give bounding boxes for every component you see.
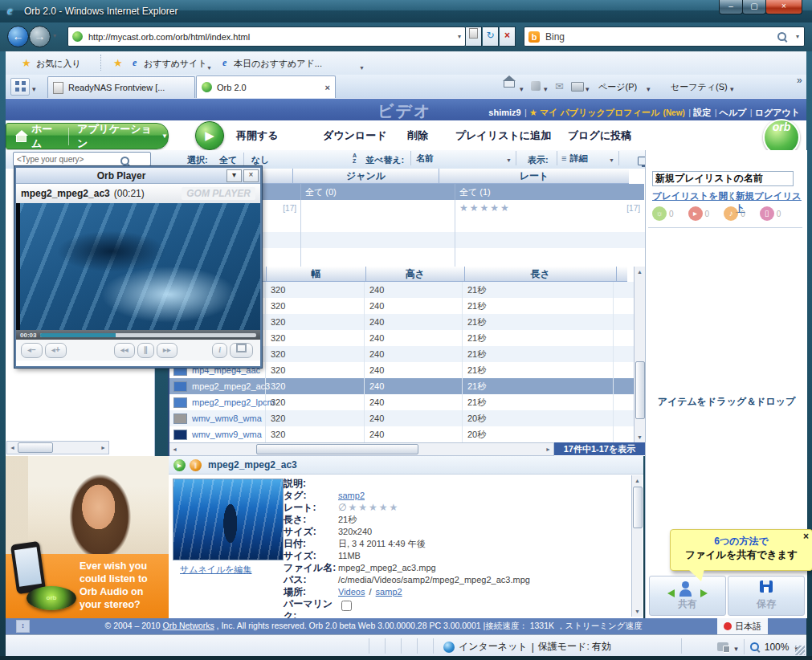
volume-up-button[interactable]: ◂+ — [45, 343, 67, 358]
sort-caret-icon[interactable] — [506, 151, 512, 165]
search-engine-label[interactable]: Bing — [545, 31, 565, 43]
tab-label[interactable]: Orb 2.0 — [217, 83, 247, 92]
file-name[interactable]: mpeg2_mpeg2_lpcm — [192, 394, 275, 410]
select-none-button[interactable]: なし — [251, 154, 270, 166]
left-panel-hscrollbar[interactable]: ◄ ► — [6, 441, 109, 454]
file-name[interactable]: mpeg2_mpeg2_ac3 — [192, 378, 270, 394]
protected-mode-icon[interactable] — [717, 642, 728, 651]
zoom-level[interactable]: 100% — [765, 642, 790, 653]
scroll-left-icon[interactable]: ◄ — [7, 442, 18, 453]
scroll-up-icon[interactable]: ▲ — [632, 475, 643, 486]
zoom-icon[interactable] — [750, 642, 759, 651]
search-box[interactable]: b Bing ▾ — [524, 26, 805, 47]
table-row[interactable]: wmv_wmv9_wma32024020秒 — [169, 426, 645, 442]
filter-genre-all[interactable]: 全て (0) — [301, 184, 455, 200]
filter-rate-all[interactable]: 全て (1) — [455, 184, 644, 200]
filter-col-genre[interactable]: ジャンル — [293, 169, 439, 184]
scroll-thumb[interactable] — [256, 444, 418, 454]
pause-button[interactable]: ∥ — [137, 343, 154, 358]
seek-bar[interactable] — [40, 333, 256, 337]
resize-grip[interactable] — [795, 646, 805, 655]
page-menu-caret-icon[interactable] — [647, 80, 651, 95]
stop-button[interactable]: × — [500, 26, 516, 47]
maximize-button[interactable]: ▢ — [742, 0, 766, 14]
info-button[interactable]: i — [212, 343, 227, 358]
url-dropdown-icon[interactable]: ▾ — [458, 33, 461, 40]
tooltip-close-icon[interactable]: × — [803, 531, 809, 542]
orb-networks-link[interactable]: Orb Networks — [163, 621, 214, 630]
download-button[interactable]: ダウンロード — [323, 128, 387, 143]
file-table-vscrollbar[interactable]: ▲ ▼ — [634, 267, 645, 442]
tab-close-icon[interactable]: × — [325, 83, 330, 92]
scroll-right-icon[interactable]: ► — [543, 444, 553, 454]
view-caret-icon[interactable] — [609, 151, 614, 165]
permalink-checkbox[interactable] — [341, 601, 352, 611]
daily-pick-button[interactable]: 本日のおすすめアド... — [234, 58, 322, 70]
table-row[interactable]: mpeg2_mpeg2_ac332024021秒 — [169, 378, 645, 394]
sort-value[interactable]: 名前 — [416, 153, 434, 165]
add-to-playlist-button[interactable]: プレイリストに追加 — [455, 128, 551, 143]
url-text[interactable]: http://mycast.orb.com/orb/html/index.htm… — [88, 32, 250, 42]
safety-menu-caret-icon[interactable] — [730, 80, 734, 95]
counter-audio[interactable]: ♪0 — [724, 206, 745, 221]
profile-link[interactable]: マイ パブリックプロフィール — [540, 108, 659, 117]
footer-collapse-icon[interactable]: ↕ — [16, 620, 30, 633]
help-link[interactable]: ヘルプ — [720, 108, 747, 117]
home-caret-icon[interactable] — [520, 80, 524, 95]
cell-name[interactable]: mpeg2_mpeg2_lpcm — [169, 394, 266, 410]
no-rating-icon[interactable]: ∅ — [338, 502, 346, 513]
scroll-thumb[interactable] — [18, 442, 53, 453]
counter-mobile[interactable]: ▯0 — [760, 206, 781, 221]
cell-name[interactable]: wmv_wmv8_wma — [169, 410, 266, 426]
feeds-caret-icon[interactable] — [544, 80, 548, 95]
file-name[interactable]: wmv_wmv9_wma — [192, 426, 262, 442]
counter-video[interactable]: ▸0 — [688, 206, 710, 221]
read-mail-icon[interactable]: ✉ — [555, 80, 564, 92]
new-playlist-name-input[interactable] — [652, 171, 794, 186]
refresh-button[interactable]: ↻ — [483, 26, 499, 47]
scroll-down-icon[interactable]: ▼ — [632, 606, 643, 617]
safety-menu-button[interactable]: セーフティ(S) — [671, 81, 728, 93]
sort-az-icon[interactable]: AZ — [353, 153, 357, 164]
rewind-button[interactable]: ◂◂ — [114, 343, 135, 358]
video-frame[interactable] — [16, 203, 260, 330]
language-selector[interactable]: 日本語 — [717, 618, 768, 634]
history-dropdown-icon[interactable]: ▾ — [53, 32, 56, 39]
search-icon[interactable] — [120, 157, 129, 165]
back-button[interactable]: ← — [7, 26, 29, 47]
view-dropdown[interactable]: ≡ 詳細 — [557, 151, 619, 165]
cell-name[interactable]: wmv_wmv9_wma — [169, 426, 266, 442]
tab-list-caret-icon[interactable] — [32, 80, 36, 95]
sort-dropdown[interactable]: 名前 — [410, 151, 516, 165]
orb-player-window[interactable]: Orb Player ▾ × mpeg2_mpeg2_ac3 (00:21) G… — [14, 166, 262, 368]
tab-readynas[interactable]: ReadyNAS Frontview [... — [47, 76, 195, 98]
applications-menu-button[interactable]: アプリケーション — [77, 122, 155, 151]
username[interactable]: shimiz9 — [488, 108, 520, 117]
advertisement[interactable]: orb Ever wish you could listen to Orb Au… — [6, 456, 169, 618]
favorites-button[interactable]: お気に入り — [36, 58, 81, 70]
open-playlist-link[interactable]: プレイリストを開く — [652, 190, 737, 202]
file-table-hscrollbar[interactable]: ◄ ► — [169, 442, 554, 456]
protected-caret-icon[interactable] — [734, 640, 738, 654]
search-dropdown-icon[interactable]: ▾ — [796, 33, 799, 40]
quick-tabs-button[interactable] — [10, 78, 30, 96]
rating-stars[interactable]: ★★★★★ — [348, 502, 399, 513]
search-input[interactable] — [13, 152, 151, 166]
play-button[interactable]: ▶ — [195, 121, 224, 150]
resume-button[interactable]: 再開する — [236, 128, 279, 143]
delete-button[interactable]: 削除 — [407, 128, 428, 143]
col-height[interactable]: 高さ — [366, 267, 465, 282]
scroll-right-icon[interactable]: ► — [98, 442, 108, 453]
location-link[interactable]: Videos — [338, 587, 365, 597]
location-link[interactable]: samp2 — [376, 587, 402, 597]
print-icon[interactable] — [571, 82, 584, 92]
feeds-icon[interactable] — [531, 81, 541, 91]
table-row[interactable]: wmv_wmv8_wma32024020秒 — [169, 410, 645, 426]
file-name[interactable]: wmv_wmv8_wma — [192, 410, 262, 426]
compatibility-view-button[interactable] — [466, 26, 482, 47]
col-length[interactable]: 長さ — [465, 267, 617, 282]
table-row[interactable]: mpeg2_mpeg2_lpcm32024021秒 — [169, 394, 645, 410]
home-icon[interactable] — [504, 80, 515, 88]
page-menu-button[interactable]: ページ(P) — [598, 81, 637, 93]
tab-label[interactable]: ReadyNAS Frontview [... — [68, 83, 165, 92]
